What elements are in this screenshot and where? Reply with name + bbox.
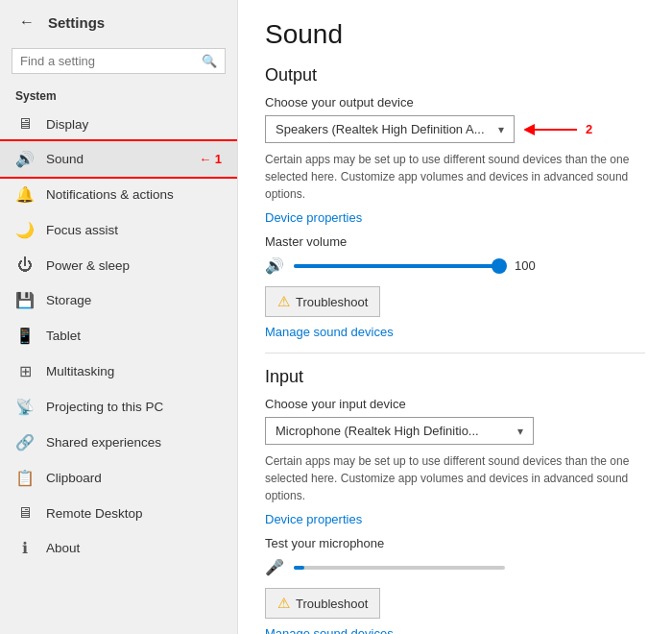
annotation-arrow1: ← 1 (199, 152, 222, 166)
output-device-label: Choose your output device (265, 95, 645, 110)
input-device-dropdown[interactable]: Microphone (Realtek High Definitio... ▾ (265, 417, 534, 445)
search-box[interactable]: 🔍 (12, 48, 226, 74)
input-desc: Certain apps may be set up to use differ… (265, 452, 645, 504)
master-volume-label: Master volume (265, 234, 645, 249)
output-troubleshoot-button[interactable]: ⚠ Troubleshoot (265, 286, 380, 317)
mic-icon: 🎤 (265, 558, 284, 576)
search-input[interactable] (20, 54, 202, 68)
back-button[interactable]: ← (15, 12, 38, 33)
display-icon: 🖥 (15, 115, 35, 133)
output-desc: Certain apps may be set up to use differ… (265, 151, 645, 203)
section-divider (265, 353, 645, 354)
sidebar-item-about-label: About (46, 541, 80, 555)
mic-test-row: 🎤 (265, 558, 645, 576)
sidebar-item-sound[interactable]: 🔊 Sound ← 1 (0, 141, 237, 177)
volume-slider-thumb[interactable] (492, 258, 507, 274)
annotation-2-container: 2 (524, 120, 592, 139)
sidebar-item-power[interactable]: ⏻ Power & sleep (0, 248, 237, 282)
notifications-icon: 🔔 (15, 185, 35, 204)
storage-icon: 💾 (15, 291, 35, 309)
warning-icon: ⚠ (277, 293, 290, 310)
remote-icon: 🖥 (15, 504, 35, 522)
mic-slider-track (294, 566, 505, 570)
sidebar-item-shared[interactable]: 🔗 Shared experiences (0, 425, 237, 460)
input-device-label: Choose your input device (265, 397, 645, 411)
sidebar-item-tablet[interactable]: 📱 Tablet (0, 318, 237, 354)
sidebar-item-projecting-label: Projecting to this PC (46, 400, 163, 414)
main-content: Sound Output Choose your output device S… (238, 0, 672, 634)
clipboard-icon: 📋 (15, 469, 35, 487)
input-troubleshoot-label: Troubleshoot (296, 597, 368, 611)
output-troubleshoot-label: Troubleshoot (296, 295, 368, 309)
multitasking-icon: ⊞ (15, 362, 35, 380)
focus-icon: 🌙 (15, 221, 35, 239)
sidebar-item-about[interactable]: ℹ About (0, 530, 237, 566)
input-section-title: Input (265, 367, 645, 387)
volume-row: 🔊 100 (265, 256, 645, 275)
sidebar-item-storage-label: Storage (46, 293, 91, 307)
annotation-num2: 2 (586, 122, 592, 136)
sidebar-item-power-label: Power & sleep (46, 258, 130, 273)
volume-slider-fill (294, 264, 505, 268)
volume-value: 100 (515, 258, 541, 273)
input-device-value: Microphone (Realtek High Definitio... (276, 424, 517, 438)
search-icon: 🔍 (202, 54, 217, 68)
manage-sound-devices-link-2[interactable]: Manage sound devices (265, 626, 645, 634)
sidebar-header: ← Settings (0, 0, 237, 44)
sidebar: ← Settings 🔍 System 🖥 Display 🔊 Sound ← … (0, 0, 238, 634)
tablet-icon: 📱 (15, 327, 35, 345)
input-chevron-down-icon: ▾ (517, 425, 523, 438)
volume-slider-track[interactable] (294, 264, 505, 268)
output-device-row: Speakers (Realtek High Definition A... ▾… (265, 115, 645, 143)
test-mic-label: Test your microphone (265, 536, 645, 550)
output-section-title: Output (265, 65, 645, 85)
sidebar-item-remote-label: Remote Desktop (46, 506, 143, 521)
sidebar-item-multitasking-label: Multitasking (46, 364, 114, 378)
input-device-properties-link[interactable]: Device properties (265, 512, 645, 526)
system-section-label: System (0, 82, 237, 107)
power-icon: ⏻ (15, 256, 35, 274)
sidebar-item-projecting[interactable]: 📡 Projecting to this PC (0, 389, 237, 425)
sidebar-item-storage[interactable]: 💾 Storage (0, 282, 237, 318)
output-device-properties-link[interactable]: Device properties (265, 210, 645, 225)
sidebar-item-clipboard[interactable]: 📋 Clipboard (0, 460, 237, 496)
sidebar-item-tablet-label: Tablet (46, 329, 81, 343)
sidebar-item-focus-label: Focus assist (46, 223, 118, 237)
projecting-icon: 📡 (15, 398, 35, 416)
input-warning-icon: ⚠ (277, 595, 290, 612)
volume-icon: 🔊 (265, 256, 284, 275)
sidebar-item-notifications-label: Notifications & actions (46, 187, 174, 202)
about-icon: ℹ (15, 539, 35, 557)
output-device-dropdown[interactable]: Speakers (Realtek High Definition A... ▾ (265, 115, 515, 143)
sidebar-item-remote[interactable]: 🖥 Remote Desktop (0, 496, 237, 530)
shared-icon: 🔗 (15, 433, 35, 451)
sidebar-item-sound-label: Sound (46, 152, 84, 166)
sidebar-item-clipboard-label: Clipboard (46, 471, 102, 485)
sidebar-item-shared-label: Shared experiences (46, 435, 161, 450)
sidebar-item-notifications[interactable]: 🔔 Notifications & actions (0, 177, 237, 212)
sidebar-item-multitasking[interactable]: ⊞ Multitasking (0, 354, 237, 389)
annotation-arrow2-svg (524, 120, 582, 139)
sidebar-item-focus[interactable]: 🌙 Focus assist (0, 212, 237, 248)
input-troubleshoot-button[interactable]: ⚠ Troubleshoot (265, 588, 380, 619)
chevron-down-icon: ▾ (498, 123, 504, 136)
manage-sound-devices-link[interactable]: Manage sound devices (265, 325, 645, 339)
output-device-value: Speakers (Realtek High Definition A... (276, 122, 498, 136)
sound-icon: 🔊 (15, 150, 35, 168)
sidebar-item-display[interactable]: 🖥 Display (0, 107, 237, 141)
sidebar-title: Settings (48, 14, 105, 31)
sidebar-item-display-label: Display (46, 117, 88, 132)
page-title: Sound (265, 19, 645, 50)
input-section: Input Choose your input device Microphon… (265, 367, 645, 634)
mic-slider-fill (294, 566, 304, 570)
